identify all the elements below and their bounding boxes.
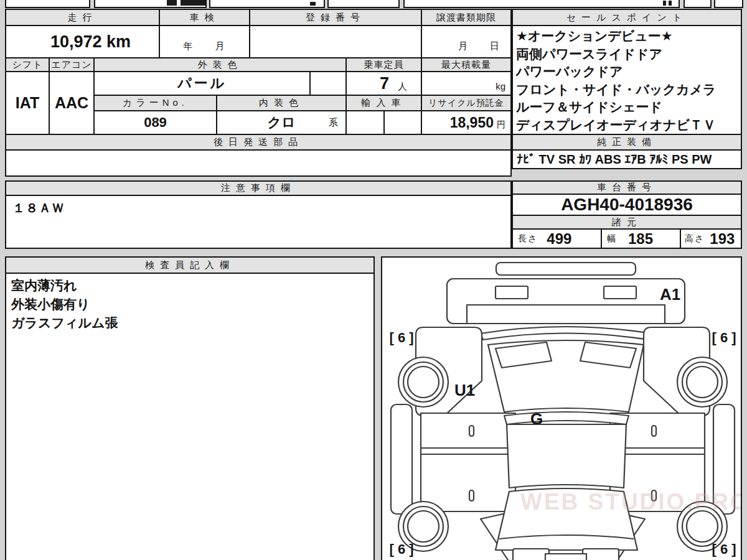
roof-front-arc bbox=[504, 412, 629, 424]
hood-vent-left bbox=[496, 286, 528, 299]
rear-bumper-right bbox=[583, 549, 619, 560]
dimension-width-value: 185 bbox=[628, 230, 653, 248]
interior-color-value: クロ 系 bbox=[216, 110, 347, 135]
inspection-header: 車検 bbox=[159, 9, 250, 26]
door-handle-front-right bbox=[652, 426, 656, 436]
auction-sheet: 走行 車検 登録番号 譲渡書類期限 10,972 km 年 月 月 日 シフト … bbox=[0, 0, 747, 560]
panel-mark-a1: A1 bbox=[660, 285, 680, 304]
hood-vent-right bbox=[604, 286, 636, 299]
color-no-header: カラーNo. bbox=[93, 95, 217, 111]
inspector-note-line: 室内薄汚れ bbox=[11, 276, 77, 295]
cropped-text-fragment bbox=[669, 1, 672, 6]
rear-bumper-center bbox=[545, 554, 586, 560]
cropped-row-cell bbox=[684, 0, 712, 8]
inspector-note-line: ガラスフィルム張 bbox=[11, 314, 118, 332]
dimensions-header: 諸元 bbox=[512, 215, 742, 230]
interior-color-header: 内装色 bbox=[216, 95, 347, 111]
dimension-height-label: 高さ bbox=[685, 233, 705, 245]
tire-mark-rear-right: [ 6 ] bbox=[706, 541, 742, 558]
capacity-header: 乗車定員 bbox=[345, 57, 422, 72]
inspector-note-line: 外装小傷有り bbox=[11, 295, 90, 314]
dimension-length-label: 長さ bbox=[518, 233, 538, 245]
aircon-header: エアコン bbox=[49, 57, 95, 72]
chassis-number-header: 車台番号 bbox=[512, 180, 742, 195]
cropped-text-fragment bbox=[663, 1, 666, 6]
cropped-row-cell bbox=[403, 0, 680, 8]
registration-value bbox=[249, 25, 422, 58]
sales-point-line: ディスプレイオーディオナビＴＶ bbox=[516, 116, 716, 134]
inspector-notes-box: 室内薄汚れ 外装小傷有り ガラスフィルム張 bbox=[5, 273, 375, 560]
cropped-text-fragment bbox=[310, 2, 316, 6]
cowl-arc bbox=[481, 327, 651, 340]
panel-mark-u1: U1 bbox=[454, 381, 475, 400]
watermark-text: WEB STUDIO.PRO bbox=[520, 489, 742, 515]
dimension-width: 幅 185 bbox=[601, 228, 681, 249]
inspector-notes-header: 検査員記入欄 bbox=[5, 256, 375, 274]
registration-header: 登録番号 bbox=[249, 9, 422, 26]
sales-point-line: パワーバックドア bbox=[516, 63, 622, 81]
tire-mark-front-right: [ 6 ] bbox=[706, 330, 742, 346]
import-car-cell-left bbox=[345, 110, 385, 135]
sales-point-line: ★オークションデビュー★ bbox=[516, 27, 673, 45]
cropped-text-fragment bbox=[167, 0, 177, 6]
door-handle-rear-left bbox=[469, 490, 474, 501]
shift-header: シフト bbox=[5, 57, 50, 72]
odometer-header: 走行 bbox=[5, 9, 160, 26]
dimension-height: 高さ 193 bbox=[680, 228, 742, 249]
recycle-deposit-value: 18,950 円 bbox=[421, 110, 512, 135]
dimension-length: 長さ 499 bbox=[512, 228, 602, 249]
cautions-header: 注意事項欄 bbox=[5, 180, 512, 196]
front-bumper bbox=[496, 263, 636, 275]
capacity-number: 7 bbox=[380, 74, 389, 93]
aircon-value: AAC bbox=[49, 71, 95, 135]
transfer-deadline-value: 月 日 bbox=[421, 25, 512, 58]
genuine-equipment-header: 純正装備 bbox=[512, 134, 742, 151]
dimension-width-label: 幅 bbox=[607, 233, 617, 245]
recycle-deposit-header: リサイクル預託金 bbox=[421, 95, 512, 111]
genuine-equipment-value: ﾅﾋﾞ TV SR ｶﾜ ABS ｴｱB ｱﾙﾐ PS PW bbox=[512, 149, 742, 169]
recycle-deposit-unit: 円 bbox=[497, 119, 505, 131]
sales-points-box: ★オークションデビュー★ 両側パワースライドドア パワーバックドア フロント・サ… bbox=[512, 25, 742, 135]
max-load-header: 最大積載量 bbox=[421, 57, 512, 72]
sales-point-line: 両側パワースライドドア bbox=[516, 45, 662, 63]
dimension-height-value: 193 bbox=[710, 230, 735, 248]
import-car-header: 輸入車 bbox=[345, 95, 422, 111]
max-load-value: kg bbox=[421, 71, 512, 96]
capacity-value: 7 人 bbox=[345, 71, 422, 96]
door-handle-front-left bbox=[469, 426, 474, 436]
door-panel-left bbox=[421, 413, 515, 511]
recycle-deposit-amount: 18,950 bbox=[450, 114, 494, 131]
sales-point-line: ルーフ＆サイドシェード bbox=[516, 98, 662, 116]
tire-mark-rear-left: [ 6 ] bbox=[383, 541, 420, 558]
exterior-color-value: パール bbox=[93, 71, 311, 96]
cropped-row-cell bbox=[209, 0, 325, 8]
later-parts-value bbox=[5, 149, 512, 177]
odometer-value: 10,972 km bbox=[5, 25, 160, 58]
inspection-value: 年 月 bbox=[159, 25, 250, 58]
hood-panel bbox=[447, 279, 685, 324]
max-load-unit: kg bbox=[496, 81, 505, 91]
cropped-row-cell bbox=[327, 0, 400, 8]
import-car-cell-right bbox=[383, 110, 422, 135]
chassis-number-value: AGH40-4018936 bbox=[512, 194, 742, 216]
later-parts-header: 後日発送部品 bbox=[5, 134, 512, 151]
transfer-deadline-header: 譲渡書類期限 bbox=[421, 9, 512, 26]
vehicle-diagram-box: WEB STUDIO.PRO A1 U1 G [ 6 ] [ 6 ] [ 6 ]… bbox=[381, 256, 742, 560]
interior-color-name: クロ bbox=[267, 113, 295, 132]
capacity-unit: 人 bbox=[398, 81, 407, 93]
exterior-color-header: 外装色 bbox=[93, 57, 347, 72]
tire-mark-front-left: [ 6 ] bbox=[383, 330, 420, 346]
dimension-length-value: 499 bbox=[547, 230, 571, 248]
cautions-text: １８ＡＷ bbox=[12, 200, 65, 217]
sales-points-header: セールスポイント bbox=[512, 9, 742, 26]
exterior-color-spare-cell bbox=[309, 71, 347, 96]
side-sill-left bbox=[391, 404, 412, 514]
interior-color-suffix: 系 bbox=[329, 117, 338, 129]
cautions-box: １８ＡＷ bbox=[5, 195, 512, 249]
wheel-front-left bbox=[398, 357, 448, 407]
rear-bumper-left bbox=[513, 549, 549, 560]
cropped-row-cell bbox=[714, 0, 743, 8]
panel-mark-g: G bbox=[530, 409, 543, 429]
cropped-row-cell bbox=[5, 0, 90, 8]
color-no-value: 089 bbox=[93, 110, 217, 135]
